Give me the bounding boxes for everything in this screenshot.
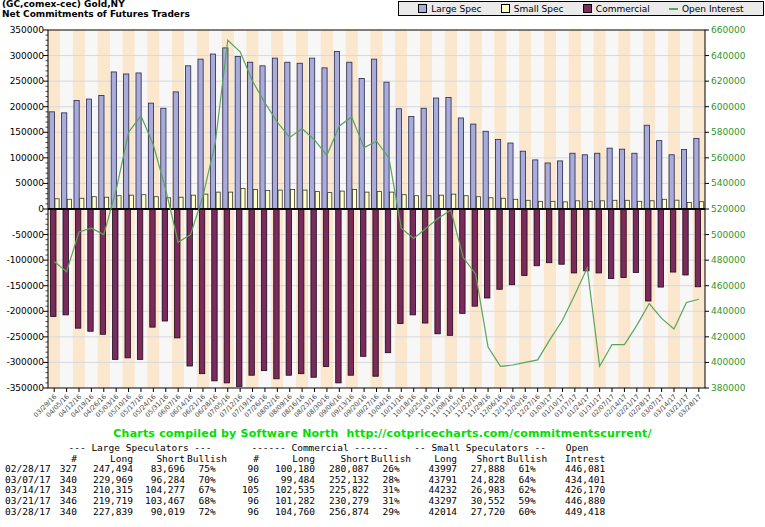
y-axis-label-right: 540000 bbox=[711, 178, 746, 188]
table-group-header: --- Large Speculators --- bbox=[52, 443, 228, 454]
y-axis-label-left: 350000 bbox=[10, 25, 45, 35]
small-spec-bar bbox=[526, 200, 530, 209]
small-spec-bar bbox=[377, 192, 381, 209]
table-value-cell: 219,719 bbox=[78, 496, 134, 507]
commercial-bar bbox=[113, 209, 118, 359]
table-value-cell: 43997 bbox=[412, 464, 458, 475]
y-axis-label-left: 300000 bbox=[10, 51, 45, 61]
legend-item-commercial: Commercial bbox=[583, 4, 650, 14]
table-value-cell: 105 bbox=[228, 485, 260, 496]
legend-label: Small Spec bbox=[514, 4, 564, 14]
y-axis-label-left: -100000 bbox=[6, 255, 44, 265]
large-spec-bar bbox=[310, 58, 315, 209]
small-spec-bar bbox=[402, 195, 406, 209]
y-axis-label-left: -250000 bbox=[6, 332, 44, 342]
table-date-cell: 03/14/17 bbox=[4, 485, 52, 496]
table-value-cell: 90,019 bbox=[134, 507, 186, 518]
y-axis-label-right: 460000 bbox=[711, 281, 746, 291]
table-column-header: Intrest bbox=[548, 454, 606, 465]
small-spec-bar bbox=[253, 190, 257, 209]
commercial-bar bbox=[435, 209, 440, 334]
table-value-cell: 31% bbox=[370, 485, 412, 496]
small-spec-bar bbox=[278, 190, 282, 209]
commercial-bar bbox=[571, 209, 576, 273]
small-spec-bar bbox=[328, 193, 332, 209]
large-spec-bar bbox=[347, 62, 352, 209]
small-spec-bar bbox=[675, 200, 679, 209]
commercial-bar bbox=[311, 209, 316, 377]
small-spec-bar bbox=[266, 191, 270, 209]
large-spec-bar bbox=[446, 98, 451, 209]
small-spec-bar bbox=[476, 197, 480, 209]
y-axis-label-left: -150000 bbox=[6, 281, 44, 291]
commercial-bar bbox=[75, 209, 80, 328]
small-spec-bar bbox=[340, 191, 344, 209]
large-spec-bar bbox=[669, 155, 674, 209]
large-spec-bar bbox=[570, 153, 575, 209]
small-spec-bar bbox=[204, 194, 208, 209]
large-spec-bar bbox=[619, 149, 624, 209]
commercial-bar bbox=[410, 209, 415, 315]
small-spec-bar bbox=[104, 197, 108, 209]
large-spec-bar bbox=[272, 58, 277, 209]
small-spec-bar bbox=[464, 196, 468, 209]
table-column-header: Long bbox=[412, 454, 458, 465]
large-spec-bar bbox=[111, 72, 116, 209]
large-spec-bar bbox=[260, 66, 265, 209]
table-value-cell: 31% bbox=[370, 496, 412, 507]
table-value-cell: 229,969 bbox=[78, 475, 134, 486]
small-spec-bar bbox=[80, 198, 84, 209]
table-value-cell: 100,180 bbox=[260, 464, 316, 475]
commercial-bar bbox=[522, 209, 527, 275]
commercial-bar bbox=[608, 209, 613, 279]
table-value-cell: 27,888 bbox=[458, 464, 506, 475]
large-spec-bar bbox=[359, 79, 364, 209]
commercial-bar bbox=[460, 209, 465, 313]
table-value-cell: 96,284 bbox=[134, 475, 186, 486]
large-spec-bar bbox=[657, 141, 662, 209]
large-spec-bar bbox=[148, 103, 153, 209]
table-date-cell: 03/28/17 bbox=[4, 507, 52, 518]
commercial-bar bbox=[125, 209, 130, 358]
table-value-cell: 434,401 bbox=[548, 475, 606, 486]
table-value-cell: 340 bbox=[52, 507, 78, 518]
commercial-bar bbox=[509, 209, 514, 285]
y-axis-label-left: -200000 bbox=[6, 306, 44, 316]
y-axis-label-right: 580000 bbox=[711, 127, 746, 137]
table-value-cell: 446,081 bbox=[548, 464, 606, 475]
table-value-cell: 280,087 bbox=[316, 464, 370, 475]
small-spec-bar bbox=[501, 198, 505, 209]
small-spec-bar bbox=[55, 199, 59, 209]
small-spec-bar bbox=[452, 194, 456, 209]
table-date-cell: 03/07/17 bbox=[4, 475, 52, 486]
large-spec-bar bbox=[297, 63, 302, 209]
footer-link[interactable]: http://cotpricecharts.com/commitmentscur… bbox=[347, 427, 652, 440]
commercial-bar bbox=[212, 209, 217, 381]
table-value-cell: 449,418 bbox=[548, 507, 606, 518]
table-value-cell: 99,484 bbox=[260, 475, 316, 486]
large-spec-bar bbox=[248, 62, 253, 209]
small-spec-swatch-icon bbox=[501, 4, 510, 13]
footer-credit: Charts compiled by Software North http:/… bbox=[0, 427, 765, 440]
table-value-cell: 60% bbox=[506, 507, 548, 518]
small-spec-bar bbox=[191, 195, 195, 209]
small-spec-bar bbox=[576, 201, 580, 209]
commercial-bar bbox=[63, 209, 68, 315]
large-spec-bar bbox=[285, 62, 290, 209]
open-interest-swatch-icon bbox=[669, 8, 678, 10]
commercial-bar bbox=[695, 209, 700, 287]
legend-label: Commercial bbox=[596, 4, 650, 14]
small-spec-bar bbox=[489, 198, 493, 209]
y-axis-label-left: 150000 bbox=[10, 127, 45, 137]
y-axis-label-left: 100000 bbox=[10, 153, 45, 163]
large-spec-bar bbox=[99, 95, 104, 209]
large-spec-bar bbox=[694, 139, 699, 209]
table-value-cell: 30,552 bbox=[458, 496, 506, 507]
commercial-swatch-icon bbox=[583, 4, 592, 13]
table-value-cell: 104,277 bbox=[134, 485, 186, 496]
table-column-header: # bbox=[228, 454, 260, 465]
small-spec-bar bbox=[241, 189, 245, 209]
table-value-cell: 64% bbox=[506, 475, 548, 486]
cot-chart: -350000-300000-250000-200000-150000-1000… bbox=[0, 0, 765, 440]
y-axis-label-right: 640000 bbox=[711, 51, 746, 61]
